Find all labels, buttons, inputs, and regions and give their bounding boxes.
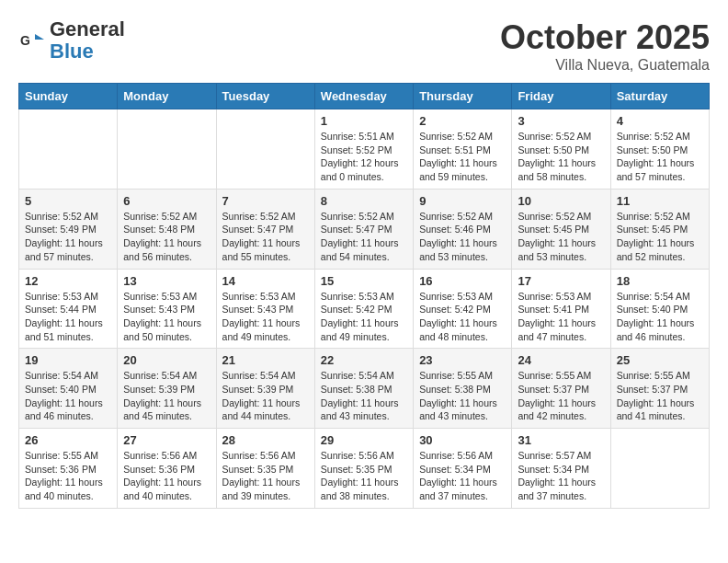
day-number: 16 [419,274,506,288]
day-info: Sunrise: 5:52 AM Sunset: 5:50 PM Dayligh… [518,130,604,184]
day-info: Sunrise: 5:55 AM Sunset: 5:36 PM Dayligh… [25,449,111,503]
calendar-cell: 12Sunrise: 5:53 AM Sunset: 5:44 PM Dayli… [19,269,118,349]
calendar-cell: 15Sunrise: 5:53 AM Sunset: 5:42 PM Dayli… [314,269,413,349]
day-info: Sunrise: 5:55 AM Sunset: 5:37 PM Dayligh… [617,369,703,423]
calendar-cell: 2Sunrise: 5:52 AM Sunset: 5:51 PM Daylig… [414,109,512,190]
day-info: Sunrise: 5:52 AM Sunset: 5:50 PM Dayligh… [617,130,703,184]
day-info: Sunrise: 5:56 AM Sunset: 5:35 PM Dayligh… [222,449,309,503]
day-number: 28 [222,433,309,447]
day-number: 21 [222,353,309,367]
day-number: 11 [617,194,703,208]
logo-line2: Blue [50,40,125,63]
day-number: 13 [123,274,210,288]
logo-icon: G [18,27,46,54]
page-header: G General Blue October 2025 Villa Nueva,… [18,18,710,74]
day-info: Sunrise: 5:54 AM Sunset: 5:40 PM Dayligh… [617,290,703,344]
calendar-cell: 8Sunrise: 5:52 AM Sunset: 5:47 PM Daylig… [314,189,413,269]
calendar-cell: 5Sunrise: 5:52 AM Sunset: 5:49 PM Daylig… [19,189,118,269]
day-info: Sunrise: 5:53 AM Sunset: 5:42 PM Dayligh… [419,290,506,344]
day-info: Sunrise: 5:53 AM Sunset: 5:42 PM Dayligh… [321,290,407,344]
location: Villa Nueva, Guatemala [500,57,710,74]
calendar-cell: 9Sunrise: 5:52 AM Sunset: 5:46 PM Daylig… [414,189,512,269]
day-number: 12 [25,274,111,288]
day-info: Sunrise: 5:52 AM Sunset: 5:49 PM Dayligh… [25,210,111,264]
day-info: Sunrise: 5:51 AM Sunset: 5:52 PM Dayligh… [321,130,407,184]
weekday-header-thursday: Thursday [414,84,512,109]
calendar-cell: 11Sunrise: 5:52 AM Sunset: 5:45 PM Dayli… [610,189,709,269]
day-number: 30 [419,433,506,447]
day-number: 15 [321,274,407,288]
day-info: Sunrise: 5:53 AM Sunset: 5:43 PM Dayligh… [222,290,309,344]
day-number: 3 [518,114,604,128]
calendar-week-5: 26Sunrise: 5:55 AM Sunset: 5:36 PM Dayli… [19,429,710,509]
day-info: Sunrise: 5:54 AM Sunset: 5:38 PM Dayligh… [321,369,407,423]
day-number: 31 [518,433,604,447]
day-number: 29 [321,433,407,447]
calendar-cell: 7Sunrise: 5:52 AM Sunset: 5:47 PM Daylig… [216,189,314,269]
day-number: 7 [222,194,309,208]
logo-text: General Blue [50,18,125,63]
calendar-cell: 29Sunrise: 5:56 AM Sunset: 5:35 PM Dayli… [314,429,413,509]
calendar-cell [610,429,709,509]
day-info: Sunrise: 5:53 AM Sunset: 5:43 PM Dayligh… [123,290,210,344]
calendar-cell: 25Sunrise: 5:55 AM Sunset: 5:37 PM Dayli… [610,349,709,429]
day-number: 18 [617,274,703,288]
day-info: Sunrise: 5:53 AM Sunset: 5:41 PM Dayligh… [518,290,604,344]
title-block: October 2025 Villa Nueva, Guatemala [500,18,710,74]
day-number: 20 [123,353,210,367]
day-number: 19 [25,353,111,367]
calendar-cell [118,109,216,190]
calendar-cell: 31Sunrise: 5:57 AM Sunset: 5:34 PM Dayli… [512,429,610,509]
calendar-cell: 24Sunrise: 5:55 AM Sunset: 5:37 PM Dayli… [512,349,610,429]
day-info: Sunrise: 5:52 AM Sunset: 5:51 PM Dayligh… [419,130,506,184]
day-info: Sunrise: 5:56 AM Sunset: 5:34 PM Dayligh… [419,449,506,503]
calendar-cell: 17Sunrise: 5:53 AM Sunset: 5:41 PM Dayli… [512,269,610,349]
calendar-cell: 26Sunrise: 5:55 AM Sunset: 5:36 PM Dayli… [19,429,118,509]
calendar-cell: 23Sunrise: 5:55 AM Sunset: 5:38 PM Dayli… [414,349,512,429]
calendar-week-2: 5Sunrise: 5:52 AM Sunset: 5:49 PM Daylig… [19,189,710,269]
calendar-cell: 20Sunrise: 5:54 AM Sunset: 5:39 PM Dayli… [118,349,216,429]
calendar-cell: 22Sunrise: 5:54 AM Sunset: 5:38 PM Dayli… [314,349,413,429]
day-number: 1 [321,114,407,128]
calendar-cell [216,109,314,190]
calendar-cell: 30Sunrise: 5:56 AM Sunset: 5:34 PM Dayli… [414,429,512,509]
day-info: Sunrise: 5:54 AM Sunset: 5:40 PM Dayligh… [25,369,111,423]
calendar-week-1: 1Sunrise: 5:51 AM Sunset: 5:52 PM Daylig… [19,109,710,190]
calendar-cell: 10Sunrise: 5:52 AM Sunset: 5:45 PM Dayli… [512,189,610,269]
weekday-header-sunday: Sunday [19,84,118,109]
calendar-cell: 3Sunrise: 5:52 AM Sunset: 5:50 PM Daylig… [512,109,610,190]
day-number: 26 [25,433,111,447]
day-number: 5 [25,194,111,208]
svg-marker-1 [35,34,44,40]
logo-line1: General [50,18,125,40]
calendar-cell: 4Sunrise: 5:52 AM Sunset: 5:50 PM Daylig… [610,109,709,190]
weekday-header-saturday: Saturday [610,84,709,109]
day-number: 22 [321,353,407,367]
calendar-cell: 19Sunrise: 5:54 AM Sunset: 5:40 PM Dayli… [19,349,118,429]
calendar-cell: 14Sunrise: 5:53 AM Sunset: 5:43 PM Dayli… [216,269,314,349]
calendar-week-4: 19Sunrise: 5:54 AM Sunset: 5:40 PM Dayli… [19,349,710,429]
day-info: Sunrise: 5:57 AM Sunset: 5:34 PM Dayligh… [518,449,604,503]
calendar-cell: 28Sunrise: 5:56 AM Sunset: 5:35 PM Dayli… [216,429,314,509]
calendar-cell [19,109,118,190]
calendar-cell: 6Sunrise: 5:52 AM Sunset: 5:48 PM Daylig… [118,189,216,269]
day-info: Sunrise: 5:54 AM Sunset: 5:39 PM Dayligh… [123,369,210,423]
calendar-cell: 18Sunrise: 5:54 AM Sunset: 5:40 PM Dayli… [610,269,709,349]
day-number: 4 [617,114,703,128]
day-number: 23 [419,353,506,367]
day-info: Sunrise: 5:52 AM Sunset: 5:45 PM Dayligh… [518,210,604,264]
day-info: Sunrise: 5:52 AM Sunset: 5:46 PM Dayligh… [419,210,506,264]
month-title: October 2025 [500,18,710,57]
calendar-cell: 1Sunrise: 5:51 AM Sunset: 5:52 PM Daylig… [314,109,413,190]
calendar-cell: 13Sunrise: 5:53 AM Sunset: 5:43 PM Dayli… [118,269,216,349]
day-info: Sunrise: 5:55 AM Sunset: 5:38 PM Dayligh… [419,369,506,423]
calendar-cell: 27Sunrise: 5:56 AM Sunset: 5:36 PM Dayli… [118,429,216,509]
day-number: 17 [518,274,604,288]
weekday-header-monday: Monday [118,84,216,109]
logo: G General Blue [18,18,125,63]
weekday-header-friday: Friday [512,84,610,109]
day-info: Sunrise: 5:52 AM Sunset: 5:45 PM Dayligh… [617,210,703,264]
day-info: Sunrise: 5:56 AM Sunset: 5:35 PM Dayligh… [321,449,407,503]
calendar-cell: 16Sunrise: 5:53 AM Sunset: 5:42 PM Dayli… [414,269,512,349]
weekday-header-wednesday: Wednesday [314,84,413,109]
